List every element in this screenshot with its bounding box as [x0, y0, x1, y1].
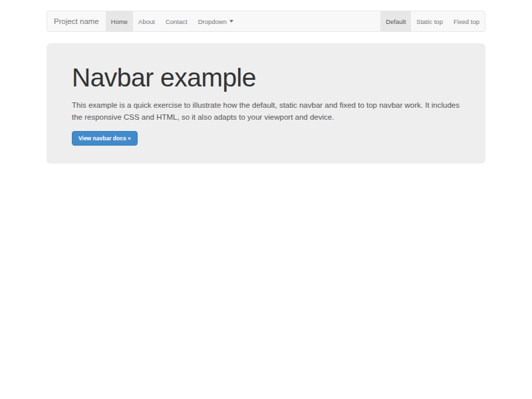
nav-item-home[interactable]: Home	[106, 11, 133, 31]
nav-item-dropdown-label: Dropdown	[198, 18, 227, 25]
navbar-right-nav: Default Static top Fixed top	[380, 11, 485, 31]
nav-item-static-top[interactable]: Static top	[411, 11, 448, 31]
nav-item-about[interactable]: About	[133, 11, 160, 31]
page-container: Project name Home About Contact Dropdown…	[47, 11, 485, 164]
nav-item-default[interactable]: Default	[380, 11, 411, 31]
page-title: Navbar example	[72, 63, 460, 92]
nav-item-contact[interactable]: Contact	[160, 11, 193, 31]
navbar-left-nav: Home About Contact Dropdown	[106, 11, 239, 31]
nav-item-fixed-top-label: Fixed top	[454, 18, 479, 25]
nav-item-static-top-label: Static top	[416, 18, 443, 25]
nav-item-dropdown[interactable]: Dropdown	[193, 11, 239, 31]
nav-item-contact-label: Contact	[166, 18, 188, 25]
caret-down-icon	[229, 20, 233, 23]
navbar-brand[interactable]: Project name	[47, 11, 106, 31]
nav-item-default-label: Default	[386, 18, 406, 25]
nav-item-fixed-top[interactable]: Fixed top	[448, 11, 485, 31]
top-navbar: Project name Home About Contact Dropdown…	[47, 11, 485, 32]
view-navbar-docs-button[interactable]: View navbar docs »	[72, 131, 138, 146]
jumbotron: Navbar example This example is a quick e…	[47, 43, 485, 164]
jumbotron-description: This example is a quick exercise to illu…	[72, 99, 460, 123]
nav-item-home-label: Home	[111, 18, 128, 25]
nav-item-about-label: About	[138, 18, 155, 25]
